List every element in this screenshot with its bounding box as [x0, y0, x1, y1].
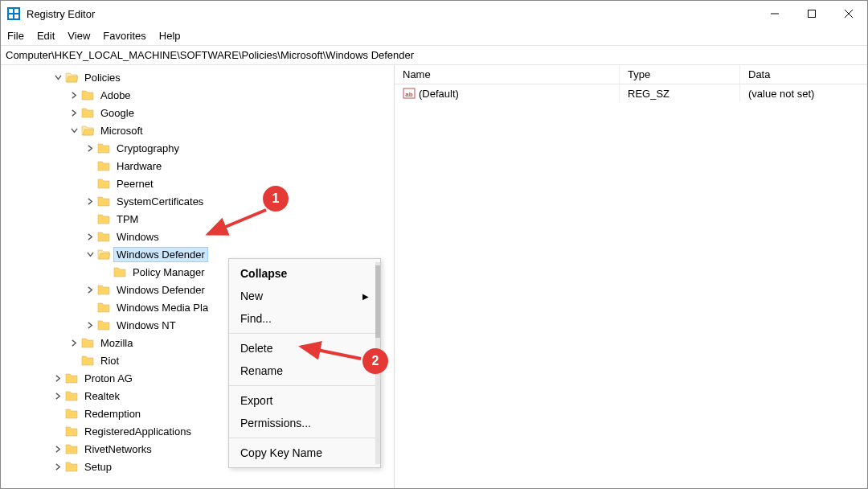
folder-icon [97, 283, 110, 296]
chevron-down-icon[interactable] [68, 125, 80, 136]
folder-icon [97, 142, 110, 154]
column-header-type[interactable]: Type [620, 65, 740, 84]
annotation-arrow-2 [295, 343, 367, 369]
cm-new[interactable]: New▶ [229, 285, 380, 307]
folder-icon [65, 372, 78, 384]
folder-icon [65, 460, 78, 473]
tree-item-google[interactable]: Google [1, 104, 394, 121]
addressbar[interactable]: Computer\HKEY_LOCAL_MACHINE\SOFTWARE\Pol… [1, 46, 867, 65]
svg-rect-8 [809, 10, 816, 18]
selected-key: Windows Defender [113, 247, 208, 262]
cm-separator [229, 385, 380, 386]
cm-separator [229, 333, 380, 334]
tree-item-adobe[interactable]: Adobe [1, 86, 394, 104]
folder-icon [65, 442, 78, 455]
svg-line-12 [301, 347, 361, 359]
tree-item-microsoft[interactable]: Microsoft [1, 121, 394, 139]
maximize-button[interactable] [793, 1, 830, 27]
minimize-button[interactable] [756, 1, 793, 27]
list-row-default[interactable]: (Default) REG_SZ (value not set) [395, 84, 867, 102]
column-header-name[interactable]: Name [395, 65, 620, 84]
menu-file[interactable]: File [7, 30, 24, 42]
folder-icon [97, 230, 110, 243]
folder-icon [81, 88, 94, 101]
chevron-right-icon[interactable] [84, 284, 96, 295]
annotation-arrow-1 [202, 210, 274, 244]
tree-item-windows[interactable]: Windows [1, 228, 394, 245]
menu-help[interactable]: Help [159, 30, 181, 42]
chevron-right-icon[interactable] [52, 461, 63, 472]
string-value-icon [403, 87, 416, 100]
folder-icon [97, 195, 110, 208]
chevron-right-icon[interactable] [84, 142, 96, 154]
chevron-right-icon[interactable] [84, 319, 96, 331]
folder-icon [113, 265, 126, 278]
window-controls [756, 1, 867, 27]
value-name: (Default) [419, 88, 459, 100]
value-type: REG_SZ [620, 84, 740, 102]
folder-icon [97, 177, 110, 190]
folder-icon [81, 336, 94, 349]
column-header-data[interactable]: Data [740, 65, 867, 84]
chevron-right-icon[interactable] [68, 89, 80, 101]
app-icon [7, 7, 20, 20]
tree-item-policies[interactable]: Policies [1, 68, 394, 86]
titlebar: Registry Editor [1, 1, 867, 27]
window-title: Registry Editor [27, 8, 95, 20]
folder-icon [81, 106, 94, 119]
cm-find[interactable]: Find... [229, 307, 380, 330]
tree-item-hardware[interactable]: Hardware [1, 157, 394, 175]
chevron-down-icon[interactable] [84, 249, 96, 260]
folder-icon [65, 407, 78, 420]
tree-item-peernet[interactable]: Peernet [1, 175, 394, 192]
list-header: Name Type Data [395, 65, 867, 84]
folder-open-icon [65, 71, 78, 84]
list-rows: (Default) REG_SZ (value not set) [395, 84, 867, 488]
folder-icon [97, 318, 110, 331]
registry-editor-window: Registry Editor File Edit View Favorites… [0, 0, 868, 489]
folder-open-icon [97, 248, 110, 261]
chevron-down-icon[interactable] [52, 72, 63, 83]
cm-export[interactable]: Export [229, 389, 380, 412]
chevron-right-icon[interactable] [52, 390, 63, 401]
menubar: File Edit View Favorites Help [1, 27, 867, 46]
tree-item-systemcertificates[interactable]: SystemCertificates [1, 192, 394, 210]
annotation-circle-1: 1 [263, 186, 289, 212]
main-split: Policies Adobe Google Microsoft Cryp [1, 65, 867, 488]
folder-icon [97, 159, 110, 172]
chevron-right-icon[interactable] [52, 443, 63, 454]
value-data: (value not set) [740, 84, 867, 102]
chevron-right-icon[interactable] [68, 107, 80, 118]
chevron-right-icon[interactable] [84, 195, 96, 207]
folder-icon [65, 425, 78, 438]
values-pane[interactable]: Name Type Data (Default) REG_SZ (value n… [395, 65, 867, 488]
chevron-right-icon: ▶ [362, 292, 369, 301]
chevron-right-icon[interactable] [52, 372, 63, 384]
address-text: Computer\HKEY_LOCAL_MACHINE\SOFTWARE\Pol… [6, 49, 414, 61]
folder-icon [97, 212, 110, 225]
cm-separator [229, 438, 380, 438]
annotation-circle-2: 2 [362, 348, 388, 374]
svg-line-11 [208, 210, 266, 234]
tree-item-tpm[interactable]: TPM [1, 210, 394, 228]
folder-icon [65, 389, 78, 402]
folder-icon [97, 301, 110, 314]
menu-edit[interactable]: Edit [37, 30, 55, 42]
cm-collapse[interactable]: Collapse [229, 262, 380, 285]
folder-open-icon [81, 124, 94, 137]
menu-favorites[interactable]: Favorites [103, 30, 145, 42]
cm-permissions[interactable]: Permissions... [229, 412, 380, 434]
cm-copy-key-name[interactable]: Copy Key Name [229, 442, 380, 464]
chevron-right-icon[interactable] [84, 231, 96, 242]
folder-icon [81, 354, 94, 367]
tree-item-cryptography[interactable]: Cryptography [1, 139, 394, 157]
close-button[interactable] [830, 1, 867, 27]
chevron-right-icon[interactable] [68, 337, 80, 348]
menu-view[interactable]: View [68, 30, 90, 42]
